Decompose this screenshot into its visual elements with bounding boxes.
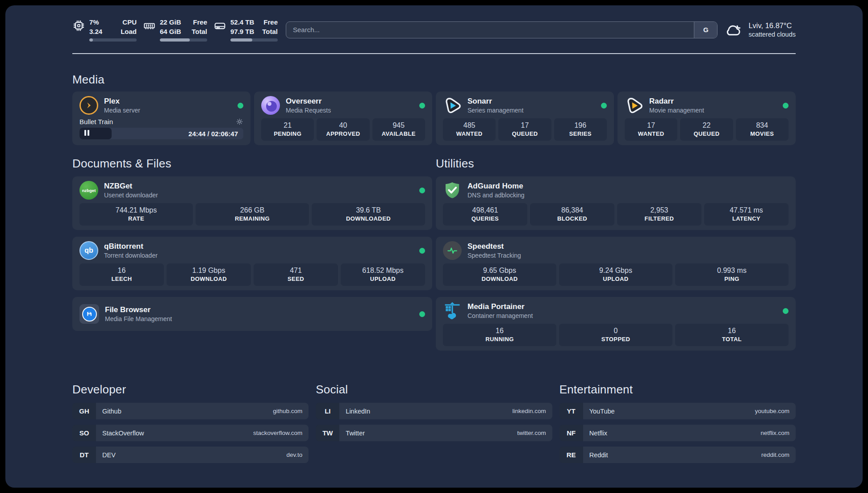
storage-progress-fill: [230, 38, 252, 42]
pause-icon[interactable]: [84, 130, 89, 138]
social-column: Social LI LinkedIn linkedin.com TW Twitt…: [316, 383, 552, 468]
link-linkedin[interactable]: LI LinkedIn linkedin.com: [316, 403, 552, 419]
plex-icon: [79, 96, 98, 115]
link-tag: TW: [316, 425, 339, 441]
stat-total: 16TOTAL: [675, 324, 789, 346]
stat-leech: 16LEECH: [79, 263, 164, 286]
top-bar: 7% 3.24 CPU Load: [5, 5, 863, 42]
stat-latency: 47.571 msLATENCY: [704, 203, 789, 226]
storage-total-label: Total: [262, 27, 278, 37]
media-grid: Plex Media server Bullet Train: [72, 92, 796, 145]
search-input[interactable]: [286, 22, 694, 38]
portainer-icon: [443, 301, 462, 320]
cpu-load-value: 3.24: [89, 27, 102, 37]
app-title: File Browser: [105, 305, 172, 314]
system-metrics: 7% 3.24 CPU Load: [72, 18, 278, 42]
weather-condition: scattered clouds: [748, 31, 796, 38]
stat-movies: 834MOVIES: [736, 118, 789, 141]
link-url: reddit.com: [761, 451, 789, 458]
dashboard: 7% 3.24 CPU Load: [5, 5, 863, 488]
weather-widget: Lviv, 16.87°C scattered clouds: [725, 21, 796, 39]
link-url: netflix.com: [760, 430, 789, 436]
storage-free-label: Free: [262, 18, 278, 27]
app-subtitle: Movie management: [649, 107, 704, 114]
link-name: DEV: [102, 451, 116, 459]
plex-card[interactable]: Plex Media server Bullet Train: [72, 92, 250, 145]
link-dev[interactable]: DT DEV dev.to: [72, 447, 309, 463]
cpu-label: CPU: [121, 18, 137, 27]
speedtest-card[interactable]: Speedtest Speedtest Tracking 9.65 GbpsDO…: [436, 237, 796, 290]
playback-time: 24:44 / 02:06:47: [188, 130, 238, 138]
sonarr-card[interactable]: Sonarr Series management 485WANTED 17QUE…: [436, 92, 614, 145]
stat-available: 945AVAILABLE: [372, 118, 425, 141]
now-playing-title: Bullet Train: [79, 118, 113, 125]
stat-download: 1.19 GbpsDOWNLOAD: [167, 263, 251, 286]
status-dot: [419, 188, 425, 193]
settings-gear-icon[interactable]: [236, 118, 243, 125]
app-title: Speedtest: [467, 242, 521, 251]
app-subtitle: Media Requests: [286, 107, 331, 114]
status-dot: [783, 103, 789, 109]
storage-progress-bar: [230, 38, 278, 42]
section-heading-media: Media: [72, 73, 796, 87]
memory-free-value: 22 GiB: [160, 18, 181, 27]
app-title: Plex: [104, 97, 140, 106]
qbittorrent-card[interactable]: qb qBittorrent Torrent downloader 16LEEC…: [72, 237, 432, 290]
nzbget-card[interactable]: nzbget NZBGet Usenet downloader 744.21 M…: [72, 176, 432, 230]
stat-queued: 22QUEUED: [680, 118, 733, 141]
stat-wanted: 17WANTED: [625, 118, 677, 141]
link-url: twitter.com: [517, 430, 546, 436]
speedtest-icon: [443, 241, 462, 260]
overseerr-icon: [261, 96, 280, 115]
app-title: Radarr: [649, 97, 704, 106]
app-title: Sonarr: [467, 97, 523, 106]
memory-total-value: 64 GiB: [160, 27, 181, 37]
link-name: Twitter: [346, 430, 365, 437]
app-title: qBittorrent: [104, 242, 158, 251]
link-name: Reddit: [589, 451, 608, 459]
stat-blocked: 86,384BLOCKED: [530, 203, 614, 226]
adguard-card[interactable]: AdGuard Home DNS and adblocking 498,461Q…: [436, 176, 796, 230]
sonarr-icon: [443, 96, 462, 115]
link-netflix[interactable]: NF Netflix netflix.com: [559, 425, 796, 441]
status-dot: [419, 103, 425, 109]
filebrowser-card[interactable]: File Browser Media File Management: [72, 297, 432, 331]
stat-upload: 618.52 MbpsUPLOAD: [341, 263, 425, 286]
app-title: AdGuard Home: [467, 182, 525, 191]
link-stackoverflow[interactable]: SO StackOverflow stackoverflow.com: [72, 425, 309, 441]
link-tag: YT: [559, 403, 583, 419]
stat-filtered: 2,953FILTERED: [617, 203, 701, 226]
documents-column: Documents & Files nzbget NZBGet Usenet d…: [72, 157, 432, 331]
link-tag: DT: [72, 447, 96, 463]
app-subtitle: Torrent downloader: [104, 252, 158, 259]
stat-ping: 0.993 msPING: [675, 263, 789, 286]
radarr-card[interactable]: Radarr Movie management 17WANTED 22QUEUE…: [618, 92, 796, 145]
app-subtitle: Media File Management: [105, 315, 172, 322]
storage-metric: 52.4 TB 97.9 TB Free Total: [213, 18, 278, 42]
memory-metric: 22 GiB 64 GiB Free Total: [143, 18, 207, 42]
cpu-metric: 7% 3.24 CPU Load: [72, 18, 137, 42]
storage-total-value: 97.9 TB: [230, 27, 254, 37]
portainer-card[interactable]: Media Portainer Container management 16R…: [436, 297, 796, 351]
app-title: Overseerr: [286, 97, 331, 106]
search-engine-button[interactable]: G: [694, 22, 717, 38]
stat-running: 16RUNNING: [443, 324, 556, 346]
section-heading-entertainment: Entertainment: [559, 383, 796, 397]
link-tag: RE: [559, 447, 583, 463]
cpu-progress-bar: [89, 38, 137, 42]
link-tag: LI: [316, 403, 339, 419]
overseerr-card[interactable]: Overseerr Media Requests 21PENDING 40APP…: [254, 92, 432, 145]
qbittorrent-icon: qb: [79, 241, 98, 260]
memory-progress-bar: [160, 38, 207, 42]
stat-approved: 40APPROVED: [317, 118, 369, 141]
section-heading-utilities: Utilities: [436, 157, 796, 171]
nzbget-icon: nzbget: [79, 181, 98, 200]
link-name: YouTube: [589, 408, 615, 415]
adguard-icon: [443, 181, 462, 200]
app-title: NZBGet: [104, 182, 158, 191]
link-reddit[interactable]: RE Reddit reddit.com: [559, 447, 796, 463]
storage-icon: [213, 19, 226, 32]
link-github[interactable]: GH Github github.com: [72, 403, 309, 419]
link-youtube[interactable]: YT YouTube youtube.com: [559, 403, 796, 419]
link-twitter[interactable]: TW Twitter twitter.com: [316, 425, 552, 441]
